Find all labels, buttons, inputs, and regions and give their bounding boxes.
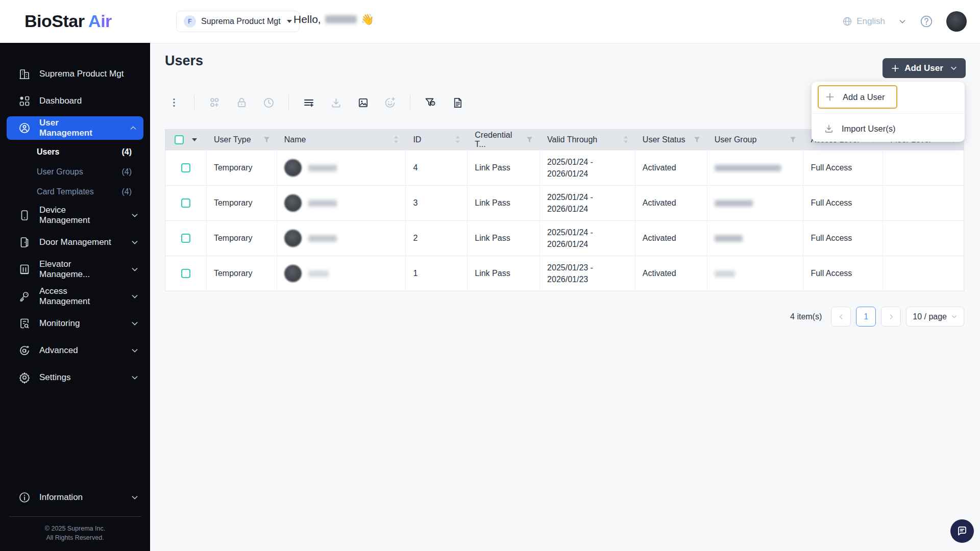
emoji-add-icon[interactable] [383,95,397,110]
row-checkbox[interactable] [181,234,190,243]
sidebar-item-advanced[interactable]: Advanced [0,337,150,364]
sidebar-item-label: Access Management [39,286,113,307]
row-checkbox[interactable] [181,269,190,278]
app-root: BioStar Air F Suprema Product Mgt Hello,… [0,0,980,551]
batch-edit-icon[interactable] [302,95,316,110]
user-avatar[interactable] [946,11,967,32]
column-header-valid-through[interactable]: Valid Through [540,135,635,144]
column-header-credential-type[interactable]: Credential T... [468,131,540,149]
page-size-select[interactable]: 10 / page [906,307,964,327]
lock-icon[interactable] [234,95,249,110]
add-group-icon[interactable] [207,95,222,110]
sidebar-item-user-management[interactable]: User Management [7,116,143,140]
id-cell: 2 [406,221,468,256]
globe-icon [842,16,852,27]
clock-icon[interactable] [261,95,276,110]
add-user-button[interactable]: Add User [883,58,966,78]
menu-item-add-a-user[interactable]: Add a User [825,92,885,102]
sort-icon[interactable] [623,136,628,143]
row-checkbox[interactable] [181,163,190,172]
table-row[interactable]: Temporary 4 Link Pass 2025/01/24 - 2026/… [165,150,964,185]
floor-level-cell [883,256,964,291]
filter-icon[interactable] [790,137,796,143]
sidebar-item-information[interactable]: Information [0,484,150,511]
sidebar-item-label: Suprema Product Mgt [39,69,124,79]
key-icon [18,290,31,303]
menu-divider [812,113,965,114]
dashboard-icon [18,95,31,107]
svg-text:0: 0 [432,102,433,105]
user-avatar [284,265,302,282]
sidebar-item-user-groups[interactable]: User Groups (4) [0,162,150,182]
table-row[interactable]: Temporary 3 Link Pass 2025/01/24 - 2026/… [165,185,964,220]
column-header-user-type[interactable]: User Type [207,135,277,144]
user-type-cell: Temporary [207,256,277,291]
credential-type-cell: Link Pass [468,256,540,291]
organization-selector[interactable]: F Suprema Product Mgt [176,11,300,32]
kebab-menu-icon[interactable] [167,95,181,110]
sidebar-item-dashboard[interactable]: Dashboard [0,87,150,114]
info-icon [18,491,31,504]
sidebar-item-label: Advanced [39,345,78,356]
column-header-user-group[interactable]: User Group [707,135,804,144]
sidebar-item-label: Monitoring [39,318,80,329]
page-number-button[interactable]: 1 [856,307,876,327]
help-icon[interactable] [920,15,933,28]
filter-zero-icon[interactable]: 0 [423,95,437,110]
chevron-down-icon [131,493,139,502]
elevator-icon [18,263,31,276]
copyright-notice: © 2025 Suprema Inc. All Rights Reserved. [0,524,150,551]
table-row[interactable]: Temporary 1 Link Pass 2025/01/23 - 2026/… [165,256,964,291]
name-cell [277,256,406,291]
image-icon[interactable] [356,95,370,110]
column-header-user-status[interactable]: User Status [635,135,707,144]
filter-icon[interactable] [526,137,533,143]
sidebar-item-elevator-management[interactable]: Elevator Manageme... [0,256,150,283]
valid-through-cell: 2025/01/24 - 2026/01/24 [540,151,635,185]
access-level-cell: Full Access [803,221,883,256]
add-user-dropdown-menu: Add a User Import User(s) [812,82,965,142]
sort-icon[interactable] [394,136,399,143]
sidebar-item-device-management[interactable]: Device Management [0,202,150,229]
caret-down-icon [287,20,292,23]
next-page-button[interactable] [881,307,901,327]
document-icon[interactable] [450,95,464,110]
name-cell [277,151,406,185]
sidebar-item-monitoring[interactable]: Monitoring [0,310,150,337]
menu-item-import-users[interactable]: Import User(s) [812,118,965,137]
row-checkbox[interactable] [181,198,190,208]
filter-icon[interactable] [694,137,700,143]
prev-page-button[interactable] [831,307,851,327]
page-title: Users [165,53,203,69]
language-selector[interactable]: English [842,16,906,27]
table-row[interactable]: Temporary 2 Link Pass 2025/01/24 - 2026/… [165,220,964,256]
credential-type-cell: Link Pass [468,186,540,220]
column-header-id[interactable]: ID [406,135,468,144]
redacted-user-group [715,165,781,171]
sidebar-item-suprema-product-mgt[interactable]: Suprema Product Mgt [0,60,150,87]
sidebar-item-label: Dashboard [39,96,82,106]
sidebar-item-door-management[interactable]: Door Management [0,229,150,256]
chat-support-button[interactable] [950,519,974,543]
logo-text-biostar: BioStar [24,11,84,31]
select-all-checkbox[interactable] [175,135,184,144]
sidebar-item-settings[interactable]: Settings [0,364,150,391]
monitoring-icon [18,317,31,330]
pagination: 4 item(s) 1 10 / page [165,307,964,327]
sidebar-item-access-management[interactable]: Access Management [0,283,150,310]
filter-icon[interactable] [263,137,270,143]
sidebar-item-users[interactable]: Users (4) [0,142,150,162]
access-level-cell: Full Access [803,151,883,185]
user-status-cell: Activated [635,256,707,291]
select-menu-caret-icon[interactable] [192,138,197,141]
users-table: User Type Name ID Credential T... Valid … [165,129,964,291]
user-group-cell [707,256,804,291]
redacted-name [308,235,337,242]
sort-icon[interactable] [455,136,460,143]
download-icon[interactable] [329,95,343,110]
sidebar: Suprema Product Mgt Dashboard User Manag… [0,43,150,551]
sidebar-item-card-templates[interactable]: Card Templates (4) [0,182,150,202]
column-header-name[interactable]: Name [277,135,406,144]
id-cell: 4 [406,151,468,185]
chevron-down-icon [131,373,139,382]
